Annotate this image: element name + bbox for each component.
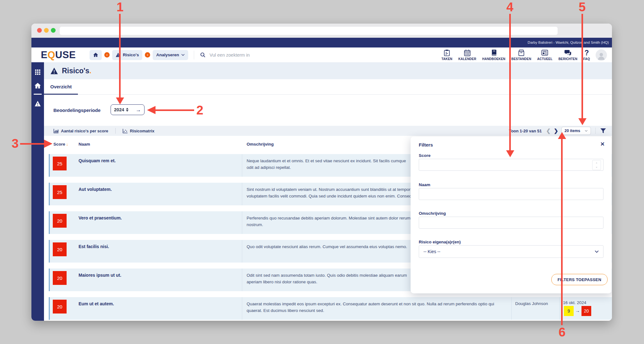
chevron-down-icon — [585, 130, 588, 132]
warning-triangle-icon — [50, 67, 58, 75]
annotation-number-6: 6 — [559, 325, 565, 339]
breadcrumb-menu-label: Analyseren — [156, 53, 179, 57]
filter-score-input[interactable] — [419, 159, 603, 171]
filter-owner-select[interactable]: -- Kies -- — [419, 245, 603, 258]
row-accent-bar — [49, 269, 50, 291]
column-divider — [242, 269, 242, 291]
annotation-line-6 — [561, 139, 563, 325]
menu-item-actueel[interactable]: ACTUEEL — [537, 49, 553, 61]
browser-chrome — [31, 24, 612, 38]
row-accent-bar — [49, 240, 50, 263]
annotation-line-1 — [119, 14, 121, 97]
annotation-line-2 — [155, 109, 194, 111]
sidebar-active-divider — [34, 94, 42, 95]
menu-item-label: KALENDER — [458, 57, 476, 61]
page-size-value: 20 items — [565, 129, 580, 133]
menu-item-handboeken[interactable]: HANDBOEKEN — [482, 49, 505, 61]
annotation-arrowhead-1 — [116, 97, 124, 104]
score-badge: 20 — [53, 242, 67, 256]
title-accent-dot: . — [89, 67, 91, 75]
filter-omschrijving-label: Omschrijving — [419, 211, 446, 216]
risk-name: Maiores ipsum ut ut. — [79, 273, 121, 278]
menu-item-kalender[interactable]: KALENDER — [458, 49, 476, 61]
archive-box-icon — [518, 49, 525, 56]
column-header-score[interactable]: Score↓ — [53, 142, 68, 147]
matrix-view-button[interactable]: Risicomatrix — [123, 129, 155, 133]
matrix-view-label: Risicomatrix — [130, 129, 155, 133]
column-divider — [511, 297, 512, 320]
chevron-down-icon — [181, 54, 185, 56]
filter-omschrijving-input[interactable] — [419, 217, 603, 229]
filter-owner-value: -- Kies -- — [423, 249, 440, 254]
question-mark-icon: ? — [584, 49, 589, 56]
chat-bubbles-icon — [564, 49, 571, 56]
sidebar-risks-icon[interactable] — [35, 101, 41, 107]
breadcrumb: › Risico's › Analyseren — [90, 50, 188, 60]
score-badge: 25 — [53, 157, 67, 170]
address-bar[interactable] — [60, 27, 558, 35]
menu-item-bestanden[interactable]: BESTANDEN — [511, 49, 531, 61]
column-header-omschrijving[interactable]: Omschrijving — [247, 142, 274, 147]
apps-grid-icon[interactable] — [35, 69, 41, 75]
score-badge: 20 — [53, 214, 67, 228]
window-maximize-button[interactable] — [51, 28, 56, 33]
period-go-button[interactable]: → — [136, 107, 141, 113]
search-input[interactable] — [209, 52, 374, 58]
pagination: Toon 1-20 van 51 ❮ ❯ 20 items — [509, 127, 606, 135]
old-score-badge: 9 — [564, 306, 574, 316]
annotation-arrowhead-6 — [558, 132, 566, 139]
browser-window: Darby Balistreri - Waelchi, Quitzon and … — [31, 24, 612, 321]
page-title: Risico's. — [62, 67, 91, 75]
score-change-arrow-icon: → — [575, 308, 580, 313]
annotation-number-4: 4 — [506, 0, 513, 14]
close-icon[interactable]: ✕ — [600, 141, 605, 147]
column-header-naam[interactable]: Naam — [79, 142, 90, 147]
period-label: Beoordelingsperiode — [53, 108, 101, 113]
scatter-chart-icon — [123, 129, 128, 133]
newspaper-icon — [541, 49, 548, 56]
spinner-icon[interactable] — [126, 108, 128, 112]
pagination-next-button[interactable]: ❯ — [554, 128, 558, 134]
sidebar-home-icon[interactable] — [34, 82, 41, 89]
breadcrumb-item-label: Risico's — [123, 53, 139, 57]
breadcrumb-item-risicos[interactable]: Risico's — [112, 50, 142, 60]
filters-panel: Filters ✕ Score ⌃⌄ Naam Omschrijving Ris… — [411, 136, 612, 293]
breadcrumb-menu-analyseren[interactable]: Analyseren — [153, 50, 188, 60]
risk-name: Eum ut et autem. — [79, 301, 114, 306]
row-accent-bar — [49, 211, 50, 234]
pagination-divider — [595, 128, 596, 134]
column-divider — [242, 211, 242, 234]
filters-title: Filters — [419, 142, 433, 147]
score-badge: 25 — [53, 185, 67, 199]
score-badge: 20 — [53, 271, 67, 285]
filter-naam-input[interactable] — [419, 188, 603, 200]
apply-filters-button[interactable]: FILTERS TOEPASSEN — [551, 274, 608, 285]
breadcrumb-home[interactable] — [90, 50, 102, 60]
period-selector[interactable]: 2024 → — [111, 104, 145, 115]
page-header: Risico's. — [44, 62, 612, 79]
menu-item-taken[interactable]: TAKEN — [441, 49, 452, 61]
filter-funnel-icon[interactable] — [600, 128, 606, 134]
row-body: 20 Eum ut et autem. Quaerat molestias im… — [50, 297, 612, 320]
menu-item-berichten[interactable]: BERICHTEN — [559, 49, 577, 61]
pagination-prev-button[interactable]: ❮ — [546, 128, 550, 134]
tab-overzicht[interactable]: Overzicht — [50, 84, 72, 89]
table-row[interactable]: 20 Eum ut et autem. Quaerat molestias im… — [49, 297, 612, 320]
tab-bar: Overzicht — [44, 79, 612, 95]
window-close-button[interactable] — [37, 28, 42, 33]
menu-item-label: BERICHTEN — [559, 57, 577, 61]
number-spinner-icon[interactable]: ⌃⌄ — [592, 160, 601, 170]
annotation-number-3: 3 — [12, 136, 19, 151]
clipboard-icon — [444, 49, 450, 56]
filter-owner-label: Risico eigena(a)r(en) — [419, 240, 461, 244]
app-logo[interactable]: EQUSE — [41, 49, 76, 61]
menu-item-faq[interactable]: ? FAQ — [583, 49, 590, 61]
main-navbar: EQUSE › Risico's › Analyseren — [31, 47, 612, 62]
user-avatar[interactable] — [596, 49, 607, 61]
chart-view-button[interactable]: Aantal risico's per score — [53, 129, 108, 133]
risk-description: Quaerat molestias impedit eos ipsum exce… — [247, 301, 510, 314]
menu-item-label: TAKEN — [441, 57, 452, 61]
window-minimize-button[interactable] — [44, 28, 49, 33]
search-icon — [200, 52, 206, 58]
sort-descending-icon: ↓ — [66, 142, 68, 147]
